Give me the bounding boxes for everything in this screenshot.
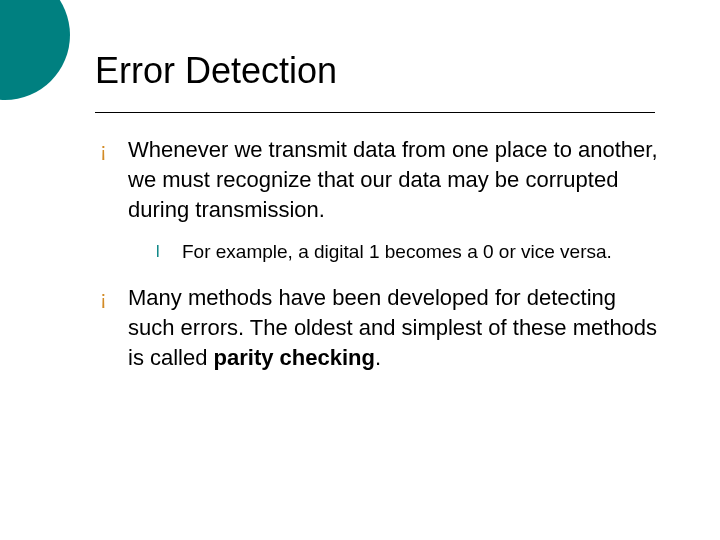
slide-body: ¡ Whenever we transmit data from one pla… bbox=[100, 135, 665, 387]
decorative-circle bbox=[0, 0, 70, 100]
list-item-text: Whenever we transmit data from one place… bbox=[128, 135, 665, 225]
list-item-text: Many methods have been developed for det… bbox=[128, 283, 665, 373]
list-item: ¡ Whenever we transmit data from one pla… bbox=[100, 135, 665, 225]
list-subitem-text: For example, a digital 1 becomes a 0 or … bbox=[182, 239, 665, 265]
bullet-icon: ¡ bbox=[100, 283, 128, 313]
bullet-icon: ¡ bbox=[100, 135, 128, 165]
list-item: ¡ Many methods have been developed for d… bbox=[100, 283, 665, 373]
slide-title: Error Detection bbox=[95, 50, 337, 92]
title-underline bbox=[95, 112, 655, 113]
list-subitem: l For example, a digital 1 becomes a 0 o… bbox=[156, 239, 665, 265]
subbullet-icon: l bbox=[156, 239, 182, 265]
